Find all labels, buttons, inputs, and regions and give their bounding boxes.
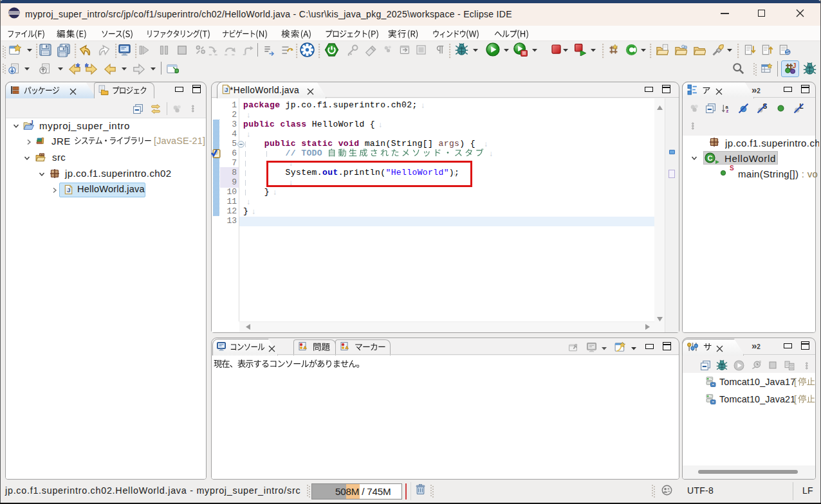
svg-text:J: J [30, 120, 33, 126]
svg-text:z: z [726, 108, 729, 114]
svg-text:S: S [786, 49, 789, 55]
svg-text:J: J [225, 86, 228, 93]
svg-text:J: J [792, 62, 796, 69]
svg-text:J: J [67, 186, 70, 194]
svg-text:C: C [707, 154, 712, 162]
